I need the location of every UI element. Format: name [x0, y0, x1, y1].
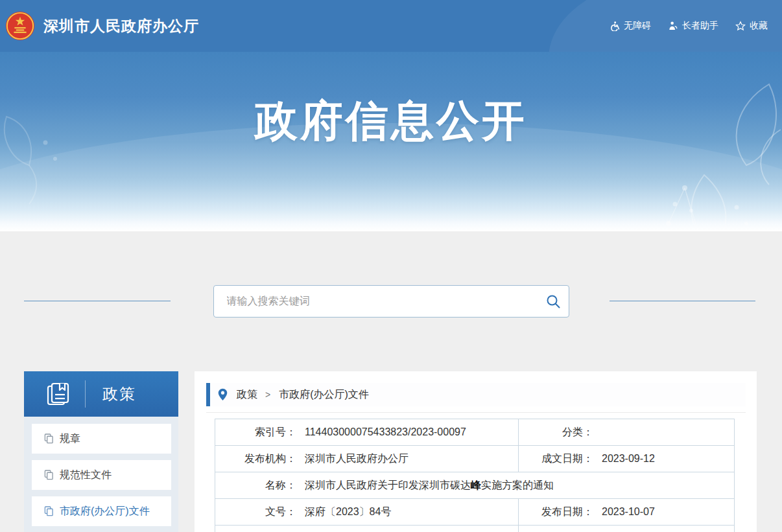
site-home-link[interactable]: 深圳市人民政府办公厅: [5, 11, 199, 41]
document-metadata-table: 索引号： 114403000075433823/2023-00097 分类： 发…: [215, 419, 735, 532]
location-pin-icon: [217, 388, 228, 401]
banner: 政府信息公开: [0, 52, 782, 231]
issuing-agency-label: 发布机构：: [215, 452, 296, 466]
sidebar-item-normative-documents[interactable]: 规范性文件: [32, 460, 171, 490]
index-number-value: 114403000075433823/2023-00097: [305, 426, 466, 438]
document-icon: [44, 434, 54, 444]
national-emblem-icon: [5, 11, 35, 41]
written-date-label: 成文日期：: [519, 452, 593, 466]
elder-assistant-label: 长者助手: [682, 20, 718, 32]
main-panel: 政策 > 市政府(办公厅)文件 索引号： 114403000075433823/…: [195, 371, 757, 532]
favorite-label: 收藏: [750, 20, 768, 32]
written-date-cell: 成文日期： 2023-09-12: [519, 446, 734, 472]
document-number-cell: 文号： 深府〔2023〕84号: [215, 499, 519, 525]
divider-line-right: [610, 301, 755, 301]
book-icon: [45, 381, 71, 407]
document-icon: [44, 470, 54, 480]
search-area: [213, 231, 569, 318]
page-title: 政府信息公开: [0, 92, 782, 150]
document-icon: [44, 506, 54, 516]
accessibility-link[interactable]: 无障碍: [610, 20, 651, 32]
search-button[interactable]: [545, 294, 561, 309]
elder-assistant-icon: [668, 21, 678, 31]
category-label: 分类：: [519, 426, 593, 439]
table-row-partial: [215, 525, 734, 532]
category-cell: 分类：: [519, 419, 734, 445]
sidebar-item-label: 规章: [60, 432, 80, 446]
sidebar-items: 规章 规范性文件 市政府(办公厅)文件: [24, 417, 178, 526]
issuing-agency-value: 深圳市人民政府办公厅: [305, 452, 409, 466]
document-name-label: 名称：: [215, 479, 296, 492]
sidebar-item-municipal-government-documents[interactable]: 市政府(办公厅)文件: [32, 496, 171, 526]
topbar-links: 无障碍 长者助手 收藏: [610, 20, 768, 32]
breadcrumb-item-current[interactable]: 市政府(办公厅)文件: [279, 388, 369, 402]
breadcrumb-accent-bar: [206, 383, 210, 406]
publish-date-value: 2023-10-07: [602, 506, 655, 518]
written-date-value: 2023-09-12: [602, 453, 655, 465]
document-name-value: 深圳市人民政府关于印发深圳市碳达峰实施方案的通知: [305, 479, 554, 492]
issuing-agency-cell: 发布机构： 深圳市人民政府办公厅: [215, 446, 519, 472]
sidebar-header-divider: [85, 380, 86, 408]
site-title: 深圳市人民政府办公厅: [43, 16, 199, 36]
accessibility-label: 无障碍: [624, 20, 651, 32]
document-name-cell: 名称： 深圳市人民政府关于印发深圳市碳达峰实施方案的通知: [215, 472, 734, 498]
sidebar-item-label: 市政府(办公厅)文件: [60, 505, 150, 518]
sidebar-title: 政策: [102, 384, 136, 404]
sidebar-header: 政策: [24, 371, 178, 417]
document-number-label: 文号：: [215, 505, 296, 519]
content-row: 政策 规章 规范性文件: [0, 371, 782, 532]
topbar: 深圳市人民政府办公厅 无障碍 长者助手: [0, 0, 782, 52]
search-input[interactable]: [213, 285, 569, 318]
breadcrumb-wrap: 政策 > 市政府(办公厅)文件: [206, 383, 746, 413]
empty-cell: [519, 526, 734, 532]
sidebar-item-regulations[interactable]: 规章: [32, 424, 171, 454]
highlighted-keyword: 峰: [471, 480, 481, 491]
table-row: 发布机构： 深圳市人民政府办公厅 成文日期： 2023-09-12: [215, 445, 734, 472]
table-row: 文号： 深府〔2023〕84号 发布日期： 2023-10-07: [215, 498, 734, 525]
sidebar-item-label: 规范性文件: [60, 468, 112, 482]
search-box: [213, 285, 569, 318]
table-row: 索引号： 114403000075433823/2023-00097 分类：: [215, 419, 734, 445]
breadcrumb-separator: >: [265, 389, 270, 400]
breadcrumb: 政策 > 市政府(办公厅)文件: [206, 383, 746, 406]
search-icon: [545, 294, 561, 309]
sidebar: 政策 规章 规范性文件: [24, 371, 178, 532]
favorite-link[interactable]: 收藏: [735, 20, 768, 32]
index-number-label: 索引号：: [215, 426, 296, 439]
breadcrumb-item-policy[interactable]: 政策: [237, 388, 257, 402]
document-number-value: 深府〔2023〕84号: [305, 505, 391, 519]
accessibility-icon: [610, 21, 620, 31]
content-section: 政策 规章 规范性文件: [0, 231, 782, 532]
index-number-cell: 索引号： 114403000075433823/2023-00097: [215, 419, 519, 445]
elder-assistant-link[interactable]: 长者助手: [668, 20, 718, 32]
star-icon: [735, 21, 746, 31]
publish-date-label: 发布日期：: [519, 505, 593, 519]
empty-cell: [215, 526, 519, 532]
divider-line-left: [24, 301, 171, 301]
table-row: 名称： 深圳市人民政府关于印发深圳市碳达峰实施方案的通知: [215, 472, 734, 498]
page: 深圳市人民政府办公厅 无障碍 长者助手: [0, 0, 782, 532]
publish-date-cell: 发布日期： 2023-10-07: [519, 499, 734, 525]
